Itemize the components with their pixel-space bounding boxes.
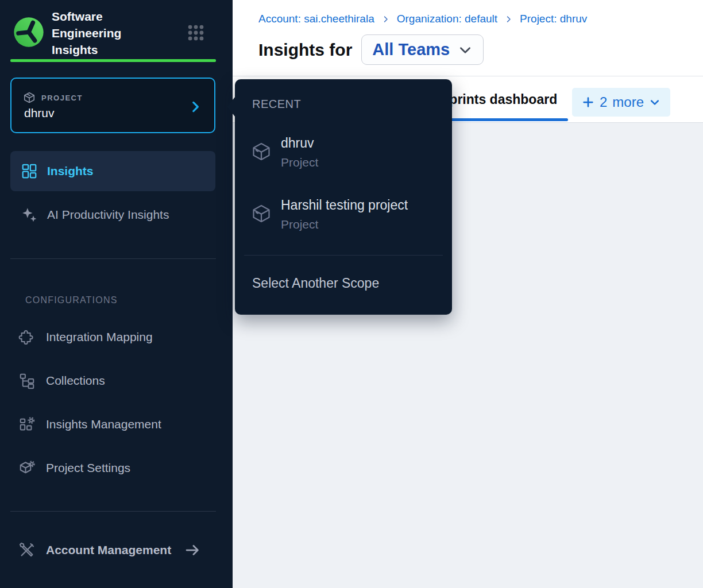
project-cube-icon [23, 91, 36, 104]
popover-title: RECENT [252, 98, 301, 111]
breadcrumb-account-link[interactable]: Account: sai.cheethirala [258, 13, 374, 25]
sidebar-item-ai-productivity-insights[interactable]: AI Productivity Insights [10, 199, 215, 231]
plus-icon [582, 96, 594, 109]
app-switcher-grid-icon[interactable] [186, 23, 206, 42]
active-tab-underline [434, 118, 568, 121]
recent-item-text: dhruv Project [281, 134, 318, 171]
more-tabs-label: more [612, 94, 644, 110]
insights-dashboard-icon [21, 163, 38, 180]
puzzle-icon [18, 328, 36, 346]
main-content: Account: sai.cheethirala Organization: d… [233, 0, 703, 588]
sidebar-item-project-settings[interactable]: Project Settings [10, 455, 215, 481]
more-tabs-count: 2 [600, 94, 607, 110]
recent-scope-popover: RECENT dhruv Project Harshil testing pro… [235, 79, 452, 315]
app-title: Software Engineering Insights [52, 8, 167, 58]
select-another-scope-link[interactable]: Select Another Scope [252, 276, 379, 291]
sidebar-item-account-management[interactable]: Account Management [10, 537, 223, 563]
hierarchy-tree-icon [18, 372, 36, 389]
sidebar-item-collections[interactable]: Collections [10, 368, 215, 393]
tab-label: Sprints dashboard [441, 92, 557, 107]
project-selector-label: PROJECT [41, 94, 83, 102]
project-selector-header: PROJECT [23, 91, 83, 104]
sidebar-item-label: AI Productivity Insights [47, 208, 169, 222]
project-cube-icon [251, 141, 272, 162]
cube-gear-icon [18, 459, 36, 477]
sidebar-divider [10, 258, 216, 259]
page-title: Insights for [258, 40, 352, 60]
sidebar-item-label: Account Management [46, 543, 171, 557]
chevron-right-icon [188, 99, 203, 114]
recent-item-type: Project [281, 154, 318, 171]
recent-item-text: Harshil testing project Project [281, 196, 408, 233]
breadcrumb-organization-link[interactable]: Organization: default [397, 13, 497, 25]
project-cube-icon [251, 203, 272, 224]
sidebar-item-label: Project Settings [46, 461, 130, 475]
project-selector-value: dhruv [24, 106, 55, 120]
sparkles-icon [21, 206, 38, 223]
tab-sprints-dashboard[interactable]: Sprints dashboard [434, 76, 568, 122]
recent-item-harshil-testing-project[interactable]: Harshil testing project Project [251, 196, 443, 233]
recent-item-name: Harshil testing project [281, 196, 408, 214]
chevron-down-icon [649, 96, 660, 108]
more-tabs-dropdown[interactable]: 2 more [572, 88, 670, 117]
dashboard-gear-icon [18, 416, 36, 433]
sidebar-item-label: Insights [47, 164, 94, 178]
sidebar: Software Engineering Insights PROJECT dh… [0, 0, 233, 588]
page-heading-row: Insights for All Teams [258, 34, 484, 65]
recent-item-type: Project [281, 216, 408, 233]
recent-item-dhruv[interactable]: dhruv Project [251, 134, 443, 171]
sidebar-item-insights[interactable]: Insights [10, 151, 215, 191]
project-scope-selector[interactable]: PROJECT dhruv [10, 78, 215, 133]
breadcrumb-project-link[interactable]: Project: dhruv [520, 13, 587, 25]
configurations-section-header: CONFIGURATIONS [25, 295, 118, 305]
sidebar-divider [10, 511, 216, 512]
chevron-right-icon [504, 15, 513, 24]
sidebar-item-label: Integration Mapping [46, 330, 153, 344]
team-selector-button[interactable]: All Teams [361, 34, 484, 65]
chevron-right-icon [381, 15, 390, 24]
arrow-right-icon [184, 541, 201, 559]
app-logo-icon [13, 16, 45, 48]
tools-icon [18, 541, 36, 559]
breadcrumb: Account: sai.cheethirala Organization: d… [258, 13, 587, 25]
sidebar-item-integration-mapping[interactable]: Integration Mapping [10, 324, 215, 350]
chevron-down-icon [458, 42, 473, 57]
popover-divider [244, 255, 443, 256]
sidebar-item-insights-management[interactable]: Insights Management [10, 412, 215, 437]
sidebar-item-label: Collections [46, 374, 105, 388]
recent-item-name: dhruv [281, 134, 318, 152]
sidebar-item-label: Insights Management [46, 417, 161, 431]
team-selector-value: All Teams [372, 40, 450, 59]
brand-accent-line [10, 59, 216, 62]
popover-arrow [227, 96, 235, 117]
